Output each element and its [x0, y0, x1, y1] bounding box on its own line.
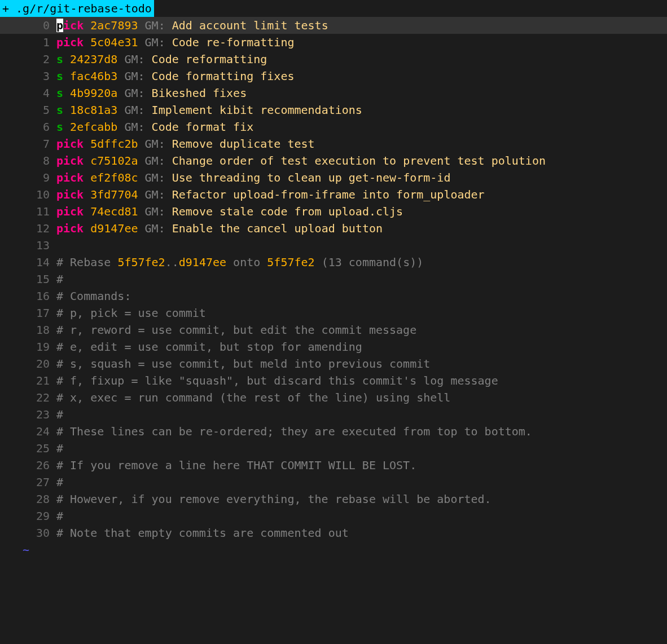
rebase-command: pick [56, 137, 84, 151]
editor-line[interactable]: 25# [0, 440, 667, 457]
rebase-command: pick [56, 19, 84, 32]
editor-line[interactable]: 6s 2efcabb GM: Code format fix [0, 118, 667, 135]
editor-line[interactable]: 27# [0, 474, 667, 491]
commit-hash: c75102a [90, 154, 138, 167]
editor-line[interactable]: 13 [0, 237, 667, 254]
editor-line[interactable]: 12pick d9147ee GM: Enable the cancel upl… [0, 220, 667, 237]
editor-line[interactable]: 8pick c75102a GM: Change order of test e… [0, 152, 667, 169]
editor-line[interactable]: 29# [0, 508, 667, 524]
buffer-title: + .g/r/git-rebase-todo [0, 0, 154, 17]
editor-line[interactable]: 20# s, squash = use commit, but meld int… [0, 355, 667, 372]
line-number: 12 [0, 220, 56, 237]
commit-prefix: GM: [145, 137, 165, 151]
editor-line[interactable]: 0pick 2ac7893 GM: Add account limit test… [0, 17, 667, 34]
editor-line[interactable]: 15# [0, 271, 667, 288]
editor-line[interactable]: 4s 4b9920a GM: Bikeshed fixes [0, 85, 667, 102]
editor-line[interactable]: 26# If you remove a line here THAT COMMI… [0, 457, 667, 474]
rebase-command: s [56, 69, 63, 83]
line-number: 21 [0, 372, 56, 389]
line-number: 7 [0, 135, 56, 152]
comment-text: # r, reword = use commit, but edit the c… [56, 321, 667, 338]
line-number: 26 [0, 457, 56, 474]
rebase-command: s [56, 120, 63, 134]
line-number: 22 [0, 389, 56, 406]
line-number: 11 [0, 203, 56, 220]
editor-line[interactable]: 23# [0, 406, 667, 423]
line-number: 6 [0, 118, 56, 135]
commit-hash: 5c04e31 [90, 36, 138, 49]
editor-line[interactable]: 28# However, if you remove everything, t… [0, 491, 667, 508]
rebase-to-hash: d9147ee [179, 255, 226, 269]
editor-line[interactable]: 3s fac46b3 GM: Code formatting fixes [0, 68, 667, 85]
rebase-command: pick [56, 154, 84, 167]
line-number: 18 [0, 321, 56, 338]
editor-line[interactable]: 17# p, pick = use commit [0, 305, 667, 321]
commit-prefix: GM: [145, 222, 165, 235]
editor-line[interactable]: 22# x, exec = run command (the rest of t… [0, 389, 667, 406]
editor-line[interactable]: 10pick 3fd7704 GM: Refactor upload-from-… [0, 186, 667, 203]
commit-message: Bikeshed fixes [152, 86, 247, 100]
commit-hash: 24237d8 [70, 52, 117, 66]
comment-text: # [56, 406, 667, 423]
commit-hash: 5dffc2b [90, 137, 138, 151]
line-number: 20 [0, 355, 56, 372]
comment-text: # [56, 440, 667, 457]
commit-prefix: GM: [124, 69, 144, 83]
commit-message: Add account limit tests [172, 19, 328, 32]
commit-hash: d9147ee [90, 222, 138, 235]
comment-text: # If you remove a line here THAT COMMIT … [56, 457, 667, 474]
editor-area[interactable]: 0pick 2ac7893 GM: Add account limit test… [0, 17, 667, 558]
comment-text: # Note that empty commits are commented … [56, 524, 667, 541]
editor-line[interactable]: 5s 18c81a3 GM: Implement kibit recommend… [0, 102, 667, 118]
editor-line[interactable]: 14# Rebase 5f57fe2..d9147ee onto 5f57fe2… [0, 254, 667, 271]
commit-hash: 74ecd81 [90, 205, 138, 218]
line-number: 25 [0, 440, 56, 457]
editor-line[interactable]: 11pick 74ecd81 GM: Remove stale code fro… [0, 203, 667, 220]
commit-prefix: GM: [124, 120, 144, 134]
line-number: 8 [0, 152, 56, 169]
rebase-command: s [56, 86, 63, 100]
editor-line[interactable]: 24# These lines can be re-ordered; they … [0, 423, 667, 440]
commit-message: Implement kibit recommendations [152, 103, 362, 117]
line-number: 24 [0, 423, 56, 440]
commit-hash: 18c81a3 [70, 103, 117, 117]
line-number: 14 [0, 254, 56, 271]
line-number: 23 [0, 406, 56, 423]
rebase-command: s [56, 103, 63, 117]
editor-line[interactable]: 30# Note that empty commits are commente… [0, 524, 667, 541]
line-number: 0 [0, 17, 56, 34]
editor-line[interactable]: 21# f, fixup = like "squash", but discar… [0, 372, 667, 389]
line-number: 3 [0, 68, 56, 85]
line-number: 2 [0, 51, 56, 68]
editor-line[interactable]: 19# e, edit = use commit, but stop for a… [0, 338, 667, 355]
editor-line[interactable]: 1pick 5c04e31 GM: Code re-formatting [0, 34, 667, 51]
line-number: 4 [0, 85, 56, 102]
line-number: 27 [0, 474, 56, 491]
comment-text: # p, pick = use commit [56, 305, 667, 321]
editor-line[interactable]: 18# r, reword = use commit, but edit the… [0, 321, 667, 338]
commit-prefix: GM: [145, 205, 165, 218]
rebase-command: pick [56, 222, 84, 235]
commit-prefix: GM: [145, 188, 165, 201]
line-number: 28 [0, 491, 56, 508]
editor-line[interactable]: 16# Commands: [0, 288, 667, 305]
line-number: 16 [0, 288, 56, 305]
editor-line[interactable]: 9pick ef2f08c GM: Use threading to clean… [0, 169, 667, 186]
line-number: 17 [0, 305, 56, 321]
commit-hash: 2efcabb [70, 120, 117, 134]
commit-message: Remove duplicate test [172, 137, 315, 151]
rebase-command: s [56, 52, 63, 66]
editor-line[interactable]: 2s 24237d8 GM: Code reformatting [0, 51, 667, 68]
editor-line[interactable]: 7pick 5dffc2b GM: Remove duplicate test [0, 135, 667, 152]
commit-message: Use threading to clean up get-new-form-i… [172, 171, 451, 184]
rebase-command: pick [56, 188, 84, 201]
comment-text: # [56, 271, 667, 288]
commit-hash: ef2f08c [90, 171, 138, 184]
commit-hash: 4b9920a [70, 86, 117, 100]
commit-message: Refactor upload-from-iframe into form_up… [172, 188, 485, 201]
comment-text: # f, fixup = like "squash", but discard … [56, 372, 667, 389]
line-number: 1 [0, 34, 56, 51]
commit-prefix: GM: [145, 171, 165, 184]
line-number: 19 [0, 338, 56, 355]
comment-text: # These lines can be re-ordered; they ar… [56, 423, 667, 440]
